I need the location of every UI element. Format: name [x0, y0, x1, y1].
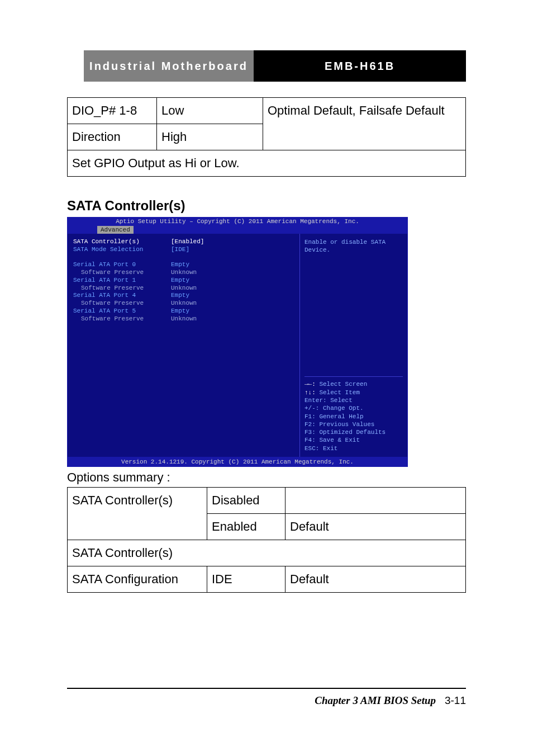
dio-description: Set GPIO Output as Hi or Low. — [68, 150, 466, 177]
bios-setting-value: Empty — [171, 261, 189, 269]
bios-screenshot: Aptio Setup Utility – Copyright (C) 2011… — [67, 217, 408, 467]
bios-setting-label: SATA Mode Selection — [73, 246, 171, 254]
direction-value-high: High — [157, 124, 263, 150]
bios-setting-row: Serial ATA Port 4Empty — [73, 292, 294, 300]
page-header: Industrial Motherboard EMB-H61B — [84, 50, 466, 82]
dio-row-label: DIO_P# 1-8 — [68, 98, 157, 124]
bios-key-hint: F3: Optimized Defaults — [304, 428, 403, 436]
bios-setting-value: Unknown — [171, 285, 197, 292]
dio-row-value-low: Low — [157, 98, 263, 124]
bios-key-hint: Enter: Select — [304, 396, 403, 404]
direction-label: Direction — [68, 124, 157, 150]
bios-setting-label: Software Preserve — [73, 285, 171, 292]
bios-setting-value: Empty — [171, 292, 189, 300]
bios-setting-value: [IDE] — [171, 246, 189, 254]
footer-page-number: 3-11 — [445, 694, 466, 706]
sata-ide: IDE — [207, 566, 285, 593]
bios-key-hint: ↑↓: Select Item — [304, 389, 403, 396]
bios-setting-value: Empty — [171, 308, 189, 315]
bios-footer: Version 2.14.1219. Copyright (C) 2011 Am… — [67, 457, 408, 467]
options-summary-label: Options summary : — [67, 470, 466, 485]
bios-setting-label: SATA Controller(s) — [73, 238, 171, 246]
bios-setting-label: Software Preserve — [73, 300, 171, 308]
bios-help-panel: Enable or disable SATA Device. →←: Selec… — [300, 234, 407, 457]
bios-key-hint: F4: Save & Exit — [304, 436, 403, 444]
bios-setting-row: Serial ATA Port 1Empty — [73, 277, 294, 285]
bios-setting-row: Software PreserveUnknown — [73, 269, 294, 277]
sata-ide-note: Default — [285, 566, 466, 593]
bios-setting-row: Software PreserveUnknown — [73, 300, 294, 308]
bios-setting-value: Empty — [171, 277, 189, 285]
bios-setting-label: Serial ATA Port 4 — [73, 292, 171, 300]
bios-setting-row — [73, 254, 294, 262]
bios-setting-row: Software PreserveUnknown — [73, 315, 294, 323]
bios-key-list: →←: Select Screen↑↓: Select ItemEnter: S… — [304, 376, 403, 452]
dio-default-note: Optimal Default, Failsafe Default — [263, 98, 466, 150]
bios-titlebar: Aptio Setup Utility – Copyright (C) 2011… — [67, 217, 408, 234]
bios-setting-label: Serial ATA Port 5 — [73, 308, 171, 315]
bios-title-text: Aptio Setup Utility – Copyright (C) 2011… — [67, 218, 408, 225]
sata-controller-desc: SATA Controller(s) — [68, 540, 466, 566]
sata-disabled: Disabled — [207, 488, 285, 514]
sata-enabled-note: Default — [285, 514, 466, 540]
bios-setting-label: Serial ATA Port 1 — [73, 277, 171, 285]
bios-key-hint: ESC: Exit — [304, 445, 403, 452]
section-title: SATA Controller(s) — [67, 198, 466, 214]
dio-options-table: DIO_P# 1-8 Low Optimal Default, Failsafe… — [67, 97, 466, 177]
bios-tab-advanced: Advanced — [97, 226, 134, 234]
bios-key-hint: F1: General Help — [304, 413, 403, 420]
bios-setting-value: [Enabled] — [171, 238, 204, 246]
bios-settings-panel: SATA Controller(s)[Enabled]SATA Mode Sel… — [68, 234, 300, 457]
bios-setting-value: Unknown — [171, 315, 197, 323]
bios-setting-value: Unknown — [171, 300, 197, 308]
bios-setting-value: Unknown — [171, 269, 197, 277]
bios-setting-label: Software Preserve — [73, 269, 171, 277]
footer-rule — [67, 688, 466, 689]
bios-key-hint: →←: Select Screen — [304, 380, 403, 388]
sata-configuration-label: SATA Configuration — [68, 566, 207, 593]
page-footer: Chapter 3 AMI BIOS Setup 3-11 — [315, 694, 466, 707]
header-left: Industrial Motherboard — [84, 50, 254, 82]
bios-setting-label: Serial ATA Port 0 — [73, 261, 171, 269]
bios-setting-row: SATA Controller(s)[Enabled] — [73, 238, 294, 246]
bios-help-text: Enable or disable SATA Device. — [304, 238, 403, 254]
footer-chapter: Chapter 3 AMI BIOS Setup — [315, 694, 436, 706]
sata-enabled: Enabled — [207, 514, 285, 540]
bios-setting-row: Software PreserveUnknown — [73, 285, 294, 292]
bios-setting-row: Serial ATA Port 5Empty — [73, 308, 294, 315]
bios-key-hint: +/-: Change Opt. — [304, 404, 403, 412]
sata-options-table: SATA Controller(s) Disabled Enabled Defa… — [67, 487, 466, 593]
bios-key-hint: F2: Previous Values — [304, 420, 403, 428]
bios-setting-label: Software Preserve — [73, 315, 171, 323]
bios-setting-row: Serial ATA Port 0Empty — [73, 261, 294, 269]
header-right: EMB-H61B — [254, 50, 466, 82]
sata-controller-label: SATA Controller(s) — [68, 488, 207, 540]
sata-disabled-note — [285, 488, 466, 514]
bios-setting-row: SATA Mode Selection[IDE] — [73, 246, 294, 254]
